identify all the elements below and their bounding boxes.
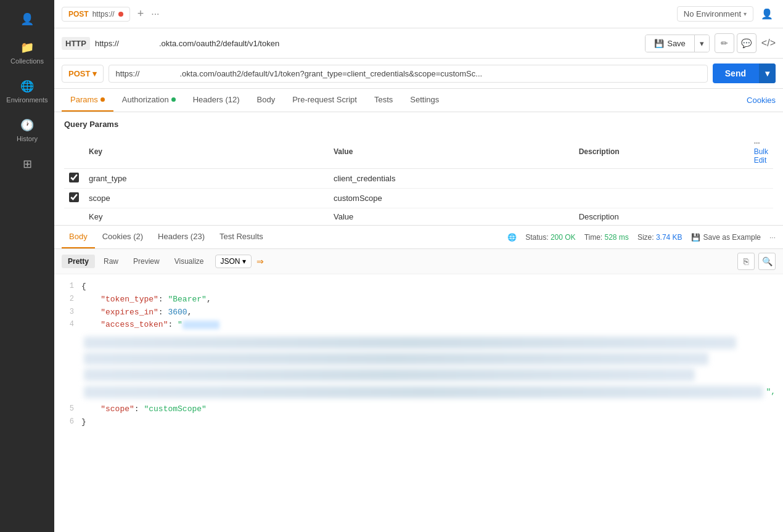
code-line-5: 5 "scope": "customScope" [62, 403, 776, 416]
empty-value-cell[interactable]: Value [329, 208, 574, 226]
format-chevron-icon: ▾ [242, 257, 246, 266]
search-response-button[interactable]: 🔍 [758, 253, 776, 270]
topbar: POST https:// + ··· No Environment ▾ 👤 [54, 0, 783, 28]
sidebar-item-history[interactable]: 🕐 History [0, 111, 54, 150]
resp-tab-cookies[interactable]: Cookies (2) [95, 226, 150, 248]
request-row: POST ▾ Send ▾ [54, 59, 783, 89]
redacted-row-2 [84, 353, 708, 365]
row2-checkbox[interactable] [69, 192, 79, 202]
code-content-6: } [81, 416, 86, 429]
row1-action-cell [749, 169, 773, 189]
tab-pre-request-label: Pre-request Script [292, 95, 357, 104]
format-type-selector[interactable]: JSON ▾ [215, 255, 252, 268]
profile-topbar-icon[interactable]: 👤 [758, 6, 776, 22]
time-display: Time: 528 ms [584, 233, 629, 242]
method-label: POST [68, 69, 90, 78]
col-actions: ··· Bulk Edit [749, 135, 773, 169]
line-number-5: 5 [62, 403, 74, 416]
edit-icon-button[interactable]: ✏ [715, 33, 734, 53]
resp-tab-cookies-label: Cookies (2) [102, 232, 143, 241]
code-content-5: "scope": "customScope" [81, 403, 207, 416]
row1-key-cell[interactable]: grant_type [84, 169, 329, 189]
tab-body[interactable]: Body [248, 89, 284, 112]
add-tab-button[interactable]: + [135, 5, 147, 23]
request-url-input[interactable] [109, 65, 707, 83]
sidebar-item-grid[interactable]: ⊞ [0, 150, 54, 178]
collections-icon: 📁 [20, 41, 34, 54]
sidebar-item-collections[interactable]: 📁 Collections [0, 33, 54, 72]
tab-authorization[interactable]: Authorization [113, 89, 184, 112]
more-tabs-button[interactable]: ··· [151, 9, 159, 20]
save-as-example-button[interactable]: 💾 Save as Example [691, 233, 761, 242]
code-line-1: 1 { [62, 280, 776, 293]
sidebar-item-environments[interactable]: 🌐 Environments [0, 72, 54, 111]
row2-action-cell [749, 189, 773, 208]
line-number-2: 2 [62, 293, 74, 306]
tab-status-dot [118, 12, 123, 17]
resp-tab-body[interactable]: Body [62, 226, 95, 248]
save-label: Save [667, 39, 686, 48]
format-tab-visualize[interactable]: Visualize [168, 255, 210, 268]
save-example-label: Save as Example [703, 233, 761, 242]
bulk-edit-link[interactable]: Bulk Edit [754, 147, 768, 165]
tab-headers[interactable]: Headers (12) [184, 89, 248, 112]
code-snippet-icon[interactable]: </> [761, 38, 776, 49]
urlbar-actions: ✏ 💬 [715, 33, 756, 53]
resp-tab-headers[interactable]: Headers (23) [150, 226, 212, 248]
response-tabs-row: Body Cookies (2) Headers (23) Test Resul… [54, 226, 783, 249]
http-badge-icon: HTTP [62, 37, 90, 50]
row1-checkbox[interactable] [69, 173, 79, 182]
tab-params[interactable]: Params [62, 89, 113, 112]
save-icon: 💾 [654, 39, 664, 48]
request-tabs-row: Params Authorization Headers (12) Body P… [54, 89, 783, 112]
line-number-6: 6 [62, 416, 74, 429]
params-more-icon[interactable]: ··· [754, 139, 760, 147]
send-chevron-icon[interactable]: ▾ [758, 63, 776, 83]
tab-params-label: Params [70, 95, 98, 104]
tab-pre-request[interactable]: Pre-request Script [284, 89, 366, 112]
environment-selector[interactable]: No Environment ▾ [677, 6, 753, 22]
resp-tab-test-results-label: Test Results [219, 232, 263, 241]
size-label: Size: [637, 233, 656, 242]
sidebar-item-environments-label: Environments [6, 96, 47, 104]
send-button[interactable]: Send ▾ [713, 63, 776, 83]
resp-tab-test-results[interactable]: Test Results [212, 226, 271, 248]
method-selector[interactable]: POST ▾ [62, 65, 104, 83]
query-params-title: Query Params [64, 120, 773, 129]
resp-tab-headers-label: Headers (23) [158, 232, 205, 241]
sidebar: 👤 📁 Collections 🌐 Environments 🕐 History… [0, 0, 54, 532]
tab-tests[interactable]: Tests [366, 89, 401, 112]
redacted-area: ", [81, 332, 776, 403]
tab-settings[interactable]: Settings [401, 89, 448, 112]
empty-key-cell[interactable]: Key [84, 208, 329, 226]
wrap-lines-icon[interactable]: ⇒ [256, 256, 264, 266]
row1-desc-cell[interactable] [574, 169, 749, 189]
line-number-1: 1 [62, 280, 74, 293]
response-more-icon[interactable]: ··· [769, 233, 776, 242]
row2-value-cell[interactable]: customScope [329, 189, 574, 208]
empty-action-cell [749, 208, 773, 226]
request-tab[interactable]: POST https:// [62, 7, 130, 22]
cookies-link[interactable]: Cookies [747, 96, 776, 105]
comment-icon-button[interactable]: 💬 [737, 33, 756, 53]
sidebar-item-profile[interactable]: 👤 [0, 5, 54, 33]
urlbar: HTTP 💾 Save ▾ ✏ 💬 </> [54, 28, 783, 59]
format-tab-raw[interactable]: Raw [97, 255, 125, 268]
url-display-input[interactable] [95, 39, 640, 48]
tab-url: https:// [92, 10, 115, 18]
resp-tab-body-label: Body [69, 232, 88, 241]
row2-desc-cell[interactable] [574, 189, 749, 208]
format-tab-preview[interactable]: Preview [127, 255, 166, 268]
save-button[interactable]: 💾 Save [646, 35, 695, 52]
tab-headers-label: Headers (12) [193, 95, 240, 104]
row1-value-cell[interactable]: client_credentials [329, 169, 574, 189]
empty-desc-cell[interactable]: Description [574, 208, 749, 226]
tab-authorization-label: Authorization [122, 95, 169, 104]
code-content-4: "access_token": " [81, 319, 219, 332]
copy-response-button[interactable]: ⎘ [737, 253, 755, 270]
save-chevron-button[interactable]: ▾ [695, 35, 709, 52]
col-key: Key [84, 135, 329, 169]
table-row-empty: Key Value Description [64, 208, 773, 226]
format-tab-pretty[interactable]: Pretty [62, 255, 95, 268]
row2-key-cell[interactable]: scope [84, 189, 329, 208]
